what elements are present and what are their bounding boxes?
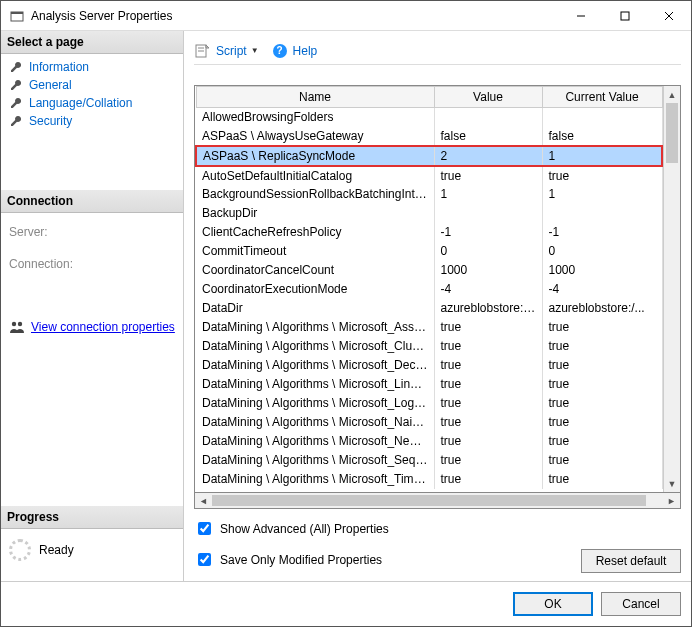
cell-name[interactable]: ASPaaS \ AlwaysUseGateway <box>196 127 434 146</box>
cell-current[interactable]: true <box>542 356 662 375</box>
hscroll-thumb[interactable] <box>212 495 646 506</box>
cell-value[interactable]: true <box>434 470 542 489</box>
col-header-name[interactable]: Name <box>196 87 434 108</box>
table-row[interactable]: ASPaaS \ ReplicaSyncMode21 <box>196 146 662 166</box>
table-row[interactable]: DataMining \ Algorithms \ Microsoft_Sequ… <box>196 451 662 470</box>
cell-current[interactable]: 0 <box>542 242 662 261</box>
cell-name[interactable]: CoordinatorCancelCount <box>196 261 434 280</box>
cell-value[interactable]: azureblobstore:/... <box>434 299 542 318</box>
cell-name[interactable]: AutoSetDefaultInitialCatalog <box>196 166 434 185</box>
table-row[interactable]: CommitTimeout00 <box>196 242 662 261</box>
cell-name[interactable]: DataDir <box>196 299 434 318</box>
cell-name[interactable]: DataMining \ Algorithms \ Microsoft_Clus… <box>196 337 434 356</box>
table-row[interactable]: DataDirazureblobstore:/...azureblobstore… <box>196 299 662 318</box>
table-row[interactable]: AllowedBrowsingFolders <box>196 108 662 127</box>
cell-current[interactable]: true <box>542 451 662 470</box>
col-header-current[interactable]: Current Value <box>542 87 662 108</box>
cell-value[interactable] <box>434 204 542 223</box>
table-row[interactable]: DataMining \ Algorithms \ Microsoft_Naiv… <box>196 413 662 432</box>
cell-name[interactable]: BackupDir <box>196 204 434 223</box>
table-row[interactable]: CoordinatorCancelCount10001000 <box>196 261 662 280</box>
cell-name[interactable]: CoordinatorExecutionMode <box>196 280 434 299</box>
cell-value[interactable]: true <box>434 432 542 451</box>
help-button[interactable]: Help <box>293 44 318 58</box>
scroll-right-icon[interactable]: ► <box>663 493 680 508</box>
page-list-label[interactable]: General <box>29 78 72 92</box>
table-row[interactable]: DataMining \ Algorithms \ Microsoft_Clus… <box>196 337 662 356</box>
show-advanced-input[interactable] <box>198 522 211 535</box>
cell-value[interactable] <box>434 108 542 127</box>
cell-current[interactable]: false <box>542 127 662 146</box>
cell-value[interactable]: false <box>434 127 542 146</box>
cell-value[interactable]: -4 <box>434 280 542 299</box>
cell-name[interactable]: ClientCacheRefreshPolicy <box>196 223 434 242</box>
scroll-thumb[interactable] <box>666 103 678 163</box>
show-advanced-checkbox[interactable]: Show Advanced (All) Properties <box>194 519 681 538</box>
cell-current[interactable]: true <box>542 413 662 432</box>
cell-current[interactable]: true <box>542 318 662 337</box>
cell-name[interactable]: BackgroundSessionRollbackBatchingInterva… <box>196 185 434 204</box>
horizontal-scrollbar[interactable]: ◄ ► <box>194 493 681 509</box>
cell-name[interactable]: DataMining \ Algorithms \ Microsoft_Logi… <box>196 394 434 413</box>
cell-value[interactable]: 0 <box>434 242 542 261</box>
minimize-button[interactable] <box>559 1 603 31</box>
cell-name[interactable]: DataMining \ Algorithms \ Microsoft_Line… <box>196 375 434 394</box>
cell-name[interactable]: DataMining \ Algorithms \ Microsoft_Naiv… <box>196 413 434 432</box>
cell-current[interactable]: true <box>542 432 662 451</box>
ok-button[interactable]: OK <box>513 592 593 616</box>
cell-name[interactable]: AllowedBrowsingFolders <box>196 108 434 127</box>
cell-name[interactable]: ASPaaS \ ReplicaSyncMode <box>196 146 434 166</box>
cell-current[interactable]: true <box>542 166 662 185</box>
cell-current[interactable]: azureblobstore:/... <box>542 299 662 318</box>
close-button[interactable] <box>647 1 691 31</box>
cell-current[interactable]: 1000 <box>542 261 662 280</box>
cell-name[interactable]: DataMining \ Algorithms \ Microsoft_Asso… <box>196 318 434 337</box>
table-row[interactable]: DataMining \ Algorithms \ Microsoft_Time… <box>196 470 662 489</box>
cell-name[interactable]: DataMining \ Algorithms \ Microsoft_Neur… <box>196 432 434 451</box>
page-list-label[interactable]: Language/Collation <box>29 96 132 110</box>
cell-current[interactable] <box>542 204 662 223</box>
cell-value[interactable]: -1 <box>434 223 542 242</box>
cell-name[interactable]: CommitTimeout <box>196 242 434 261</box>
page-list-item[interactable]: Language/Collation <box>1 94 183 112</box>
table-row[interactable]: DataMining \ Algorithms \ Microsoft_Deci… <box>196 356 662 375</box>
table-row[interactable]: ASPaaS \ AlwaysUseGatewayfalsefalse <box>196 127 662 146</box>
page-list-item[interactable]: General <box>1 76 183 94</box>
cell-value[interactable]: true <box>434 375 542 394</box>
cell-current[interactable]: true <box>542 394 662 413</box>
view-connection-properties-text[interactable]: View connection properties <box>31 320 175 334</box>
vertical-scrollbar[interactable]: ▲ ▼ <box>663 86 680 492</box>
table-row[interactable]: DataMining \ Algorithms \ Microsoft_Asso… <box>196 318 662 337</box>
cell-name[interactable]: DataMining \ Algorithms \ Microsoft_Sequ… <box>196 451 434 470</box>
cell-current[interactable]: -4 <box>542 280 662 299</box>
col-header-value[interactable]: Value <box>434 87 542 108</box>
cell-value[interactable]: true <box>434 451 542 470</box>
page-list-label[interactable]: Information <box>29 60 89 74</box>
cell-value[interactable]: true <box>434 394 542 413</box>
cell-value[interactable]: true <box>434 318 542 337</box>
script-dropdown-icon[interactable]: ▼ <box>251 46 259 55</box>
scroll-left-icon[interactable]: ◄ <box>195 493 212 508</box>
cell-name[interactable]: DataMining \ Algorithms \ Microsoft_Deci… <box>196 356 434 375</box>
cancel-button[interactable]: Cancel <box>601 592 681 616</box>
cell-name[interactable]: DataMining \ Algorithms \ Microsoft_Time… <box>196 470 434 489</box>
cell-value[interactable]: 2 <box>434 146 542 166</box>
cell-value[interactable]: 1 <box>434 185 542 204</box>
scroll-up-icon[interactable]: ▲ <box>664 86 680 103</box>
cell-value[interactable]: true <box>434 413 542 432</box>
table-row[interactable]: AutoSetDefaultInitialCatalogtruetrue <box>196 166 662 185</box>
cell-current[interactable]: 1 <box>542 146 662 166</box>
reset-default-button[interactable]: Reset default <box>581 549 681 573</box>
cell-current[interactable]: true <box>542 375 662 394</box>
table-row[interactable]: DataMining \ Algorithms \ Microsoft_Logi… <box>196 394 662 413</box>
table-row[interactable]: BackupDir <box>196 204 662 223</box>
cell-current[interactable]: -1 <box>542 223 662 242</box>
table-row[interactable]: DataMining \ Algorithms \ Microsoft_Neur… <box>196 432 662 451</box>
page-list-item[interactable]: Information <box>1 58 183 76</box>
scroll-down-icon[interactable]: ▼ <box>664 475 680 492</box>
table-row[interactable]: ClientCacheRefreshPolicy-1-1 <box>196 223 662 242</box>
page-list-label[interactable]: Security <box>29 114 72 128</box>
cell-value[interactable]: 1000 <box>434 261 542 280</box>
cell-current[interactable]: true <box>542 470 662 489</box>
table-row[interactable]: BackgroundSessionRollbackBatchingInterva… <box>196 185 662 204</box>
